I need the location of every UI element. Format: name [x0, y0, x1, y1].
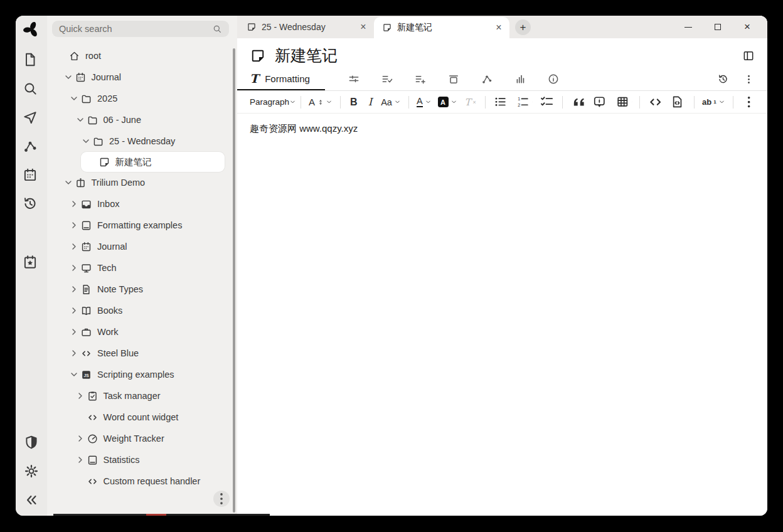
revisions-history-icon[interactable] — [717, 73, 729, 85]
tabs-container: 25 - Wednesday × 新建笔记 × — [238, 16, 509, 38]
tree-item-statistics[interactable]: Statistics — [47, 449, 237, 471]
tree-scrollbar[interactable] — [233, 48, 236, 513]
owned-attributes-icon[interactable] — [381, 73, 393, 85]
tree-expander-icon[interactable] — [62, 178, 75, 188]
note-title[interactable]: 新建笔记 — [275, 45, 742, 66]
tree-expander-icon[interactable] — [74, 391, 87, 401]
new-tab-button[interactable]: + — [515, 19, 531, 35]
similar-notes-icon[interactable] — [514, 73, 526, 85]
todo-list-button[interactable] — [536, 94, 558, 110]
tree-expander-icon[interactable] — [68, 242, 80, 252]
note-tab[interactable]: 25 - Wednesday × — [238, 16, 374, 38]
minimize-button[interactable] — [683, 22, 693, 32]
recent-changes-icon[interactable] — [22, 196, 38, 212]
tree-item-formatting-examples[interactable]: Formatting examples — [47, 215, 237, 236]
inbox-icon — [80, 198, 92, 210]
admonition-button[interactable] — [589, 94, 612, 110]
tree-item-新建笔记[interactable]: 新建笔记 — [81, 152, 225, 172]
tree-expander-icon[interactable] — [68, 220, 80, 230]
tree-item-tech[interactable]: Tech — [47, 257, 237, 279]
tree-item-inbox[interactable]: Inbox — [47, 193, 237, 215]
svg-text:JS: JS — [83, 373, 89, 377]
note-paths-icon[interactable] — [447, 73, 460, 85]
bold-button[interactable]: B — [345, 94, 363, 110]
font-size-button[interactable]: A — [306, 94, 336, 110]
font-color-button[interactable]: A — [413, 94, 435, 110]
tree-item-word-count-widget[interactable]: Word count widget — [47, 407, 237, 428]
inline-code-button[interactable] — [644, 94, 666, 110]
text-case-button[interactable]: Aa — [378, 94, 404, 110]
tree-expander-icon[interactable] — [86, 157, 99, 167]
tree-expander-icon[interactable] — [68, 306, 80, 316]
tree-item-25-wednesday[interactable]: 25 - Wednesday — [47, 130, 237, 152]
tree-expander-icon[interactable] — [56, 51, 68, 61]
bulleted-list-button[interactable] — [490, 94, 513, 110]
insert-table-button[interactable] — [612, 94, 635, 110]
today-journal-icon[interactable] — [22, 254, 38, 270]
calendar-icon[interactable] — [22, 167, 38, 183]
tree-expander-icon[interactable] — [68, 370, 80, 380]
tree-expander-icon[interactable] — [74, 434, 87, 444]
tree-item-journal[interactable]: Journal — [47, 66, 237, 88]
tree-item-note-types[interactable]: Note Types — [47, 279, 237, 300]
tree-expander-icon[interactable] — [80, 136, 92, 146]
close-button[interactable]: × — [742, 22, 752, 32]
numbered-list-button[interactable]: 12 — [513, 94, 535, 110]
protected-session-icon[interactable] — [23, 434, 40, 450]
tree-item-scripting-examples[interactable]: JS Scripting examples — [47, 364, 237, 385]
paragraph-style-select[interactable]: Paragraph — [250, 97, 296, 107]
tree-item-task-manager[interactable]: Task manager — [47, 385, 237, 407]
tree-item-work[interactable]: Work — [47, 321, 237, 343]
block-quote-button[interactable] — [567, 94, 589, 110]
background-color-button[interactable]: A — [435, 94, 461, 110]
search-icon[interactable] — [22, 80, 38, 97]
add-attribute-icon[interactable] — [414, 73, 427, 85]
tree-options-button[interactable] — [213, 491, 230, 507]
new-note-icon[interactable] — [22, 51, 38, 68]
basic-properties-icon[interactable] — [348, 73, 360, 85]
tree-item-06-june[interactable]: 06 - June — [47, 109, 237, 130]
tab-formatting[interactable]: T Formatting — [237, 68, 325, 90]
tree-expander-icon[interactable] — [68, 263, 80, 273]
note-editor[interactable]: 趣奇资源网 www.qqzy.xyz — [237, 114, 767, 516]
tab-close-icon[interactable]: × — [358, 21, 369, 33]
note-actions-kebab-icon[interactable] — [743, 73, 755, 85]
superscript-button[interactable]: ab1 — [699, 94, 728, 110]
settings-icon[interactable] — [23, 463, 40, 479]
quick-search-input[interactable]: Quick search — [52, 21, 229, 37]
tree-expander-icon[interactable] — [68, 348, 80, 358]
note-map-icon[interactable] — [481, 73, 493, 85]
tree-expander-icon[interactable] — [68, 327, 80, 337]
tree-item-custom-request-handler[interactable]: Custom request handler — [47, 471, 237, 492]
maximize-button[interactable] — [713, 22, 723, 32]
tree-expander-icon[interactable] — [62, 72, 75, 82]
tree-item-2025[interactable]: 2025 — [47, 88, 237, 109]
remove-format-button[interactable]: T× — [461, 94, 481, 110]
split-pane-icon[interactable] — [742, 50, 755, 62]
tree-expander-icon[interactable] — [74, 476, 87, 486]
code-block-button[interactable] — [667, 94, 690, 110]
tab-close-icon[interactable]: × — [493, 22, 504, 33]
tree-item-journal[interactable]: Journal — [47, 236, 237, 257]
tree-item-books[interactable]: Books — [47, 300, 237, 321]
tree-expander-icon[interactable] — [74, 115, 87, 125]
tree-item-steel-blue[interactable]: Steel Blue — [47, 343, 237, 364]
note-tab[interactable]: 新建笔记 × — [374, 17, 509, 38]
tree-item-trilium-demo[interactable]: Trilium Demo — [47, 172, 237, 193]
tree-expander-icon[interactable] — [74, 412, 87, 422]
tree-expander-icon[interactable] — [68, 199, 80, 209]
italic-button[interactable]: I — [363, 94, 378, 110]
tree-item-weight-tracker[interactable]: Weight Tracker — [47, 428, 237, 449]
collapse-tree-icon[interactable] — [23, 492, 40, 508]
search-icon — [212, 24, 222, 34]
toolbar-more-button[interactable] — [738, 94, 760, 110]
tree-expander-icon[interactable] — [68, 93, 80, 104]
tree-expander-icon[interactable] — [68, 284, 80, 294]
note-map-icon[interactable] — [22, 138, 38, 154]
trilium-logo-icon[interactable] — [22, 20, 41, 39]
tree-expander-icon[interactable] — [74, 455, 87, 465]
chevron-down-icon — [718, 98, 725, 105]
tree-item-root[interactable]: root — [47, 45, 237, 66]
jump-to-icon[interactable] — [22, 109, 38, 125]
note-info-icon[interactable] — [547, 73, 560, 85]
